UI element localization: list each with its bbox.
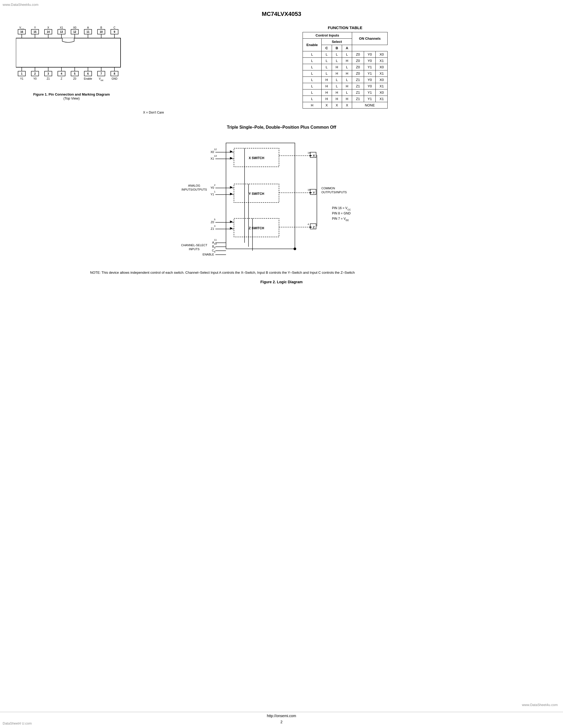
b-header: B [332,45,342,51]
svg-text:5: 5 [214,218,215,221]
svg-text:C: C [113,26,115,29]
svg-text:Z SWITCH: Z SWITCH [249,226,264,230]
svg-text:COMMON: COMMON [322,187,335,190]
svg-text:X1: X1 [210,157,214,160]
svg-text:Z0: Z0 [73,77,76,80]
svg-text:Z1: Z1 [211,227,214,230]
svg-text:15: 15 [308,188,310,191]
svg-text:X: X [47,26,49,29]
svg-text:ENABLE: ENABLE [202,253,214,256]
table-row: LHLHZ1Y0X1 [303,83,388,89]
on-channels-header: ON Channels [352,32,388,45]
svg-text:Enable: Enable [84,77,92,80]
svg-text:9: 9 [214,246,215,249]
svg-text:5: 5 [74,72,75,75]
svg-text:B: B [100,26,102,29]
logic-note: NOTE: This device allows independent con… [16,270,547,276]
logic-section: Triple Single–Pole, Double–Position Plus… [0,114,563,289]
svg-text:2: 2 [214,184,215,186]
svg-text:Z: Z [61,77,62,80]
svg-text:3: 3 [214,225,215,227]
svg-text:15: 15 [33,30,37,33]
svg-text:Z: Z [313,226,315,229]
pin-diagram: VCC 16 Y 15 X 14 X1 13 [16,25,127,114]
svg-text:CHANNEL-SELECT: CHANNEL-SELECT [181,244,207,247]
svg-text:Y0: Y0 [33,77,37,80]
svg-text:X0: X0 [73,26,77,29]
svg-text:INPUTS: INPUTS [189,248,199,251]
footer-page: 2 [0,720,563,724]
table-row: LHHLZ1Y1X0 [303,89,388,96]
pin-connection-svg: VCC 16 Y 15 X 14 X1 13 [16,25,127,89]
svg-text:INPUTS/OUTPUTS: INPUTS/OUTPUTS [181,188,207,191]
svg-text:1: 1 [214,190,215,193]
svg-text:6: 6 [87,72,89,75]
a-header: A [342,45,352,51]
svg-text:10: 10 [214,242,217,245]
table-row: LHLLZ1Y0X0 [303,77,388,83]
function-table-title: FUNCTION TABLE [143,25,547,30]
svg-text:8: 8 [114,72,115,75]
svg-text:1: 1 [21,72,23,75]
svg-text:13: 13 [214,155,217,157]
page-title: MC74LVX4053 [0,0,563,25]
svg-text:14: 14 [47,30,50,33]
svg-text:16: 16 [20,30,23,33]
svg-text:4: 4 [61,72,62,75]
svg-text:A: A [87,26,89,29]
svg-text:Z0: Z0 [211,221,214,224]
svg-text:Y SWITCH: Y SWITCH [248,192,264,196]
table-row: LLHLZ0Y1X0 [303,64,388,70]
dont-care-label: X = Don't Care [143,111,547,114]
select-header: Select [322,39,352,45]
logic-diagram-title: Triple Single–Pole, Double–Position Plus… [16,125,547,130]
control-inputs-header: Control Inputs [303,32,352,39]
table-row: LLLLZ0Y0X0 [303,51,388,58]
table-row: HXXXNONE [303,102,388,109]
svg-text:PIN 8 = GND: PIN 8 = GND [332,212,351,215]
table-row: LLHHZ0Y1X1 [303,70,388,77]
svg-text:PIN 16 = VCC: PIN 16 = VCC [332,206,351,211]
enable-header: Enable [303,39,322,51]
c-header: C [322,45,332,51]
svg-text:10: 10 [100,30,103,33]
svg-text:9: 9 [114,30,115,33]
function-table-section: FUNCTION TABLE Control Inputs ON Channel… [143,25,547,114]
svg-text:12: 12 [214,148,217,151]
figure2-caption: Figure 2. Logic Diagram [16,280,547,284]
function-table: Control Inputs ON Channels Enable Select… [303,32,388,109]
svg-text:Y1: Y1 [210,193,214,196]
svg-text:3: 3 [47,72,49,75]
svg-text:11: 11 [86,30,89,33]
svg-text:X: X [313,154,315,157]
svg-text:C: C [212,249,214,252]
svg-text:PIN 7 = VEE: PIN 7 = VEE [332,217,349,222]
watermark-bottom-right: www.DataSheet4u.com [522,703,558,707]
svg-text:X SWITCH: X SWITCH [248,156,264,160]
svg-text:X1: X1 [60,26,63,29]
watermark-top: www.DataSheet4u.com [3,3,38,7]
svg-text:2: 2 [34,72,36,75]
svg-text:X0: X0 [210,150,214,154]
logic-diagram-svg: X SWITCH Y SWITCH Z SWITCH ANALOG INPUTS… [162,135,401,267]
svg-text:Y: Y [34,26,36,29]
svg-text:ANALOG: ANALOG [188,184,200,187]
svg-text:Y1: Y1 [20,77,24,80]
svg-text:VEE: VEE [99,77,103,82]
svg-text:7: 7 [100,72,102,75]
svg-text:4: 4 [308,223,309,226]
svg-text:Y: Y [313,191,315,194]
svg-text:14: 14 [308,151,310,154]
svg-text:B: B [212,245,214,248]
svg-text:Z1: Z1 [47,77,50,80]
footer-url: http://onsemi.com [0,714,563,718]
logic-diagram-area: X SWITCH Y SWITCH Z SWITCH ANALOG INPUTS… [16,135,547,267]
svg-text:13: 13 [60,30,63,33]
figure1-caption: Figure 1. Pin Connection and Marking Dia… [16,92,127,96]
table-row: LLLHZ0Y0X1 [303,58,388,64]
svg-text:11: 11 [214,239,217,241]
svg-text:12: 12 [73,30,76,33]
svg-text:6: 6 [214,250,215,253]
svg-text:OUTPUTS/INPUTS: OUTPUTS/INPUTS [322,191,347,194]
svg-text:GND: GND [111,77,117,80]
